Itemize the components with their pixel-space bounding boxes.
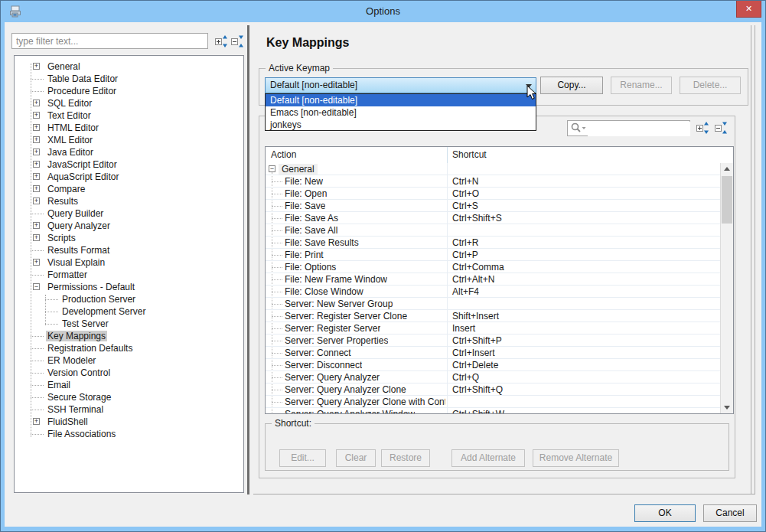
tree-expander-plus-icon[interactable]: + [33,185,40,192]
tree-expander-plus-icon[interactable]: + [33,136,40,143]
table-row[interactable]: Server: DisconnectCtrl+Delete [266,359,721,371]
table-row[interactable]: File: Save All [266,224,721,237]
table-row[interactable]: Server: New Server Group [266,298,721,310]
tree-item-test-server[interactable]: Test Server [15,318,243,330]
scrollbar-up-button[interactable] [721,163,733,175]
scrollbar-down-button[interactable] [721,401,733,413]
tree-item-production-server[interactable]: Production Server [15,293,243,305]
table-row[interactable]: Server: Server PropertiesCtrl+Shift+P [266,335,721,347]
tree-item-html-editor[interactable]: +HTML Editor [15,122,243,134]
shortcut-search-box[interactable] [567,120,690,136]
tree-item-procedure-editor[interactable]: Procedure Editor [15,85,243,97]
tree-item-query-analyzer[interactable]: +Query Analyzer [15,220,243,232]
tree-item-ssh-terminal[interactable]: SSH Terminal [15,403,243,416]
tree-expander-plus-icon[interactable]: + [33,100,40,106]
table-row[interactable]: File: Close WindowAlt+F4 [266,286,721,298]
tree-expander-plus-icon[interactable]: + [33,161,40,168]
tree-expander-plus-icon[interactable]: + [33,149,40,155]
search-icon[interactable] [570,122,587,135]
tree-expander-minus-icon[interactable]: − [33,283,40,290]
clear-button: Clear [336,449,376,467]
tree-expander-plus-icon[interactable]: + [33,173,40,180]
tree-item-email[interactable]: Email [15,379,243,391]
table-row[interactable]: Server: Query Analyzer CloneCtrl+Shift+Q [266,383,721,396]
table-row[interactable]: File: SaveCtrl+S [266,200,721,212]
tree-item-javascript-editor[interactable]: +JavaScript Editor [15,158,243,171]
scrollbar-up-icon [724,167,730,171]
tree-item-java-editor[interactable]: +Java Editor [15,146,243,158]
tree-item-fluidshell[interactable]: +FluidShell [15,416,243,428]
column-header-shortcut[interactable]: Shortcut [452,149,487,160]
close-button[interactable]: ✕ [736,1,761,18]
tree-item-xml-editor[interactable]: +XML Editor [15,134,243,146]
copy-button[interactable]: Copy... [540,77,603,94]
tree-expander-plus-icon[interactable]: + [33,197,40,204]
table-row[interactable]: File: Save ResultsCtrl+R [266,237,721,249]
cancel-button[interactable]: Cancel [703,504,757,522]
tree-expander-plus-icon[interactable]: + [33,418,40,425]
tree-expander-plus-icon[interactable]: + [33,234,40,241]
ok-button[interactable]: OK [634,504,696,522]
tree-item-permissions-default[interactable]: −Permissions - Default [15,281,243,293]
keymap-option-jonkeys[interactable]: jonkeys [266,119,536,131]
keymap-option-default-non-editable[interactable]: Default [non-editable] [266,94,536,106]
tree-item-results[interactable]: +Results [15,195,243,207]
table-row[interactable]: File: NewCtrl+N [266,175,721,188]
table-row[interactable]: File: New Frame WindowCtrl+Alt+N [266,273,721,286]
table-row[interactable]: Server: Register ServerInsert [266,322,721,335]
tree-item-text-editor[interactable]: +Text Editor [15,109,243,122]
tree-filter-input[interactable] [11,33,208,49]
keymap-combobox[interactable]: Default [non-editable] [265,77,536,93]
tree-item-development-server[interactable]: Development Server [15,305,243,318]
tree-item-secure-storage[interactable]: Secure Storage [15,391,243,403]
table-row[interactable]: Server: Query Analyzer WindowCtrl+Shift+… [266,408,721,413]
titlebar[interactable]: Options ✕ [1,1,765,22]
tree-item-compare[interactable]: +Compare [15,183,243,195]
table-group-row[interactable]: −General [266,163,721,175]
tree-item-label: Query Analyzer [46,220,112,231]
table-row[interactable]: File: OptionsCtrl+Comma [266,261,721,273]
table-row[interactable]: File: PrintCtrl+P [266,249,721,261]
tree-item-label: Results Format [46,245,111,256]
tree-item-visual-explain[interactable]: +Visual Explain [15,256,243,269]
tree-expander-plus-icon[interactable]: + [33,124,40,131]
table-row[interactable]: Server: Query AnalyzerCtrl+Q [266,371,721,383]
tree-item-key-mappings[interactable]: Key Mappings [15,330,243,342]
table-row[interactable]: File: OpenCtrl+O [266,188,721,200]
table-group-label: General [279,164,318,175]
collapse-all-icon[interactable] [715,122,728,134]
tree-item-scripts[interactable]: +Scripts [15,232,243,244]
action-cell: Server: Server Properties [285,335,388,346]
panel-splitter[interactable] [247,25,249,494]
tree-expander-plus-icon[interactable]: + [33,112,40,119]
shortcut-search-input[interactable] [588,122,690,136]
tree-item-table-data-editor[interactable]: Table Data Editor [15,73,243,85]
tree-item-er-modeler[interactable]: ER Modeler [15,354,243,367]
action-cell: File: Open [285,188,327,199]
table-row[interactable]: File: Save AsCtrl+Shift+S [266,212,721,224]
expand-all-icon[interactable] [215,35,228,47]
table-expander-minus-icon[interactable]: − [269,165,275,172]
tree-item-file-associations[interactable]: File Associations [15,428,243,440]
tree-expander-plus-icon[interactable]: + [33,222,40,229]
tree-item-query-builder[interactable]: Query Builder [15,207,243,220]
tree-expander-plus-icon[interactable]: + [33,63,40,70]
table-scrollbar[interactable] [720,163,733,413]
tree-item-results-format[interactable]: Results Format [15,244,243,256]
table-row[interactable]: Server: Register Server CloneShift+Inser… [266,310,721,322]
tree-item-version-control[interactable]: Version Control [15,367,243,379]
scrollbar-thumb[interactable] [722,176,732,224]
table-row[interactable]: Server: Query Analyzer Clone with Conten… [266,396,721,408]
tree-item-aquascript-editor[interactable]: +AquaScript Editor [15,171,243,183]
keymap-option-emacs-non-editable[interactable]: Emacs [non-editable] [266,106,536,119]
collapse-all-icon[interactable] [231,35,244,47]
column-header-action[interactable]: Action [271,149,296,160]
action-cell: File: Print [285,250,324,260]
table-row[interactable]: Server: ConnectCtrl+Insert [266,347,721,359]
tree-expander-plus-icon[interactable]: + [33,259,40,266]
tree-item-general[interactable]: +General [15,60,243,73]
expand-all-icon[interactable] [696,122,709,134]
tree-item-sql-editor[interactable]: +SQL Editor [15,97,243,109]
tree-item-registration-defaults[interactable]: Registration Defaults [15,342,243,354]
tree-item-formatter[interactable]: Formatter [15,269,243,281]
